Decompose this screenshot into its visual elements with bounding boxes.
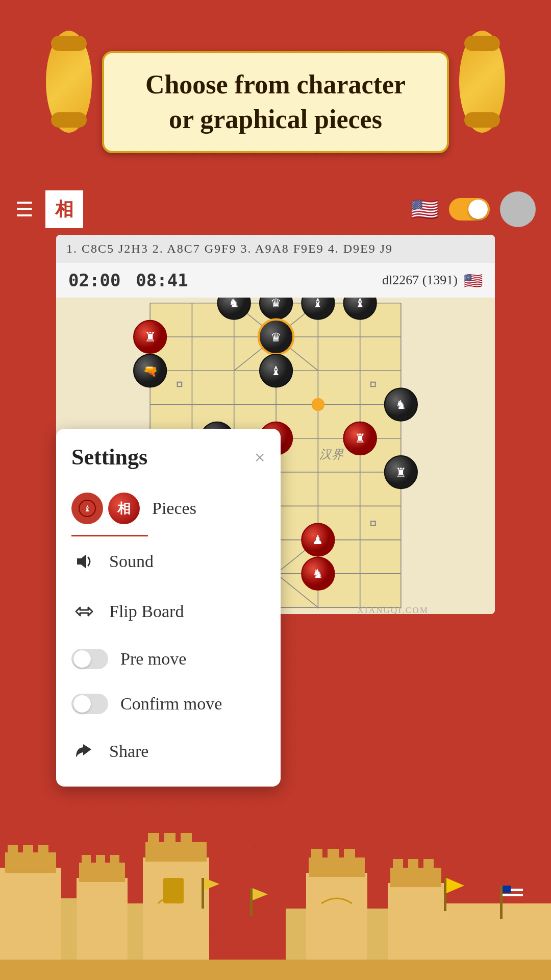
- svg-text:♝: ♝: [84, 504, 91, 513]
- svg-text:♛: ♛: [270, 331, 282, 344]
- share-icon: [71, 739, 97, 764]
- settings-item-pre-move: Pre move: [56, 636, 281, 681]
- scroll-left-end: [46, 31, 92, 133]
- piece-graphical-option[interactable]: ♝: [71, 493, 103, 524]
- svg-rect-97: [423, 859, 434, 871]
- svg-rect-96: [408, 859, 418, 871]
- svg-text:汉界: 汉界: [319, 448, 344, 461]
- player-flag: 🇺🇸: [464, 272, 483, 289]
- pre-move-toggle[interactable]: [71, 649, 108, 669]
- timer1: 02:00: [68, 270, 120, 290]
- svg-rect-100: [444, 878, 446, 911]
- settings-header: Settings ×: [56, 444, 281, 480]
- svg-text:♜: ♜: [395, 466, 407, 479]
- svg-rect-78: [164, 833, 176, 846]
- svg-rect-102: [500, 886, 503, 919]
- flip-board-icon: [71, 599, 97, 624]
- move-history: 1. C8C5 J2H3 2. A8C7 G9F9 3. A9A8 F9E9 4…: [56, 235, 495, 263]
- svg-rect-72: [96, 855, 105, 866]
- svg-rect-71: [82, 855, 91, 866]
- confirm-move-toggle[interactable]: [71, 694, 108, 714]
- settings-panel: Settings × ♝ 相 Pieces Sound: [56, 429, 281, 787]
- language-flag[interactable]: 🇺🇸: [411, 196, 439, 223]
- banner-text: Choose from character or graphical piece…: [130, 62, 421, 141]
- sound-label: Sound: [109, 552, 154, 571]
- svg-point-44: [312, 398, 325, 411]
- svg-rect-66: [8, 845, 18, 857]
- great-wall-decoration: [0, 776, 551, 980]
- svg-rect-89: [328, 849, 339, 862]
- svg-rect-67: [23, 845, 33, 857]
- svg-text:♟: ♟: [312, 533, 323, 547]
- svg-rect-79: [181, 833, 192, 846]
- great-wall-svg: [0, 776, 551, 980]
- timer-row: 02:00 08:41 dl2267 (1391) 🇺🇸: [56, 263, 495, 298]
- theme-toggle[interactable]: [449, 198, 490, 220]
- svg-rect-106: [503, 886, 511, 893]
- svg-rect-90: [344, 849, 355, 862]
- svg-rect-77: [148, 833, 159, 846]
- svg-marker-101: [446, 878, 464, 893]
- svg-rect-99: [0, 960, 551, 980]
- svg-rect-73: [110, 855, 119, 866]
- svg-marker-85: [253, 888, 268, 900]
- svg-text:♜: ♜: [144, 330, 156, 345]
- settings-item-pieces: ♝ 相 Pieces: [56, 480, 281, 536]
- pre-move-label: Pre move: [120, 649, 186, 669]
- close-button[interactable]: ×: [255, 448, 265, 467]
- settings-item-confirm-move: Confirm move: [56, 681, 281, 726]
- chinese-piece-button[interactable]: 相: [44, 189, 85, 230]
- svg-text:XIANGQI.COM: XIANGQI.COM: [357, 605, 429, 614]
- svg-text:♝: ♝: [312, 298, 323, 310]
- svg-text:♞: ♞: [395, 398, 407, 411]
- settings-item-flip-board[interactable]: Flip Board: [56, 586, 281, 636]
- svg-text:♝: ♝: [270, 364, 282, 378]
- share-label: Share: [109, 742, 148, 761]
- svg-text:♞: ♞: [312, 567, 323, 580]
- svg-text:🔫: 🔫: [143, 364, 158, 378]
- avatar[interactable]: [500, 191, 536, 227]
- settings-item-sound[interactable]: Sound: [56, 536, 281, 586]
- player-info: dl2267 (1391) 🇺🇸: [382, 272, 483, 289]
- top-bar: ☰ 相 🇺🇸: [0, 189, 551, 230]
- pieces-label: Pieces: [152, 499, 196, 518]
- top-right-controls: 🇺🇸: [411, 191, 536, 227]
- settings-item-share[interactable]: Share: [56, 726, 281, 776]
- svg-marker-83: [204, 878, 219, 890]
- scroll-right-end: [459, 31, 505, 133]
- confirm-move-label: Confirm move: [120, 694, 222, 714]
- svg-text:♛: ♛: [270, 298, 282, 310]
- scroll-body: Choose from character or graphical piece…: [102, 51, 449, 153]
- banner-scroll: Choose from character or graphical piece…: [66, 31, 485, 174]
- svg-text:♞: ♞: [229, 298, 240, 310]
- svg-rect-105: [503, 894, 523, 896]
- svg-text:♜: ♜: [355, 432, 366, 445]
- timer2: 08:41: [136, 270, 188, 290]
- svg-rect-68: [38, 845, 48, 857]
- svg-text:♝: ♝: [355, 298, 366, 310]
- svg-rect-95: [393, 859, 403, 871]
- svg-rect-84: [250, 888, 253, 916]
- player-name: dl2267 (1391): [382, 273, 458, 288]
- svg-rect-88: [311, 849, 322, 862]
- svg-rect-82: [202, 878, 204, 909]
- sound-icon: [71, 549, 97, 574]
- settings-title: Settings: [71, 444, 147, 470]
- flip-board-label: Flip Board: [109, 602, 184, 621]
- piece-character-option[interactable]: 相: [108, 493, 140, 524]
- pieces-selector: ♝ 相: [71, 493, 140, 524]
- hamburger-button[interactable]: ☰: [15, 198, 34, 222]
